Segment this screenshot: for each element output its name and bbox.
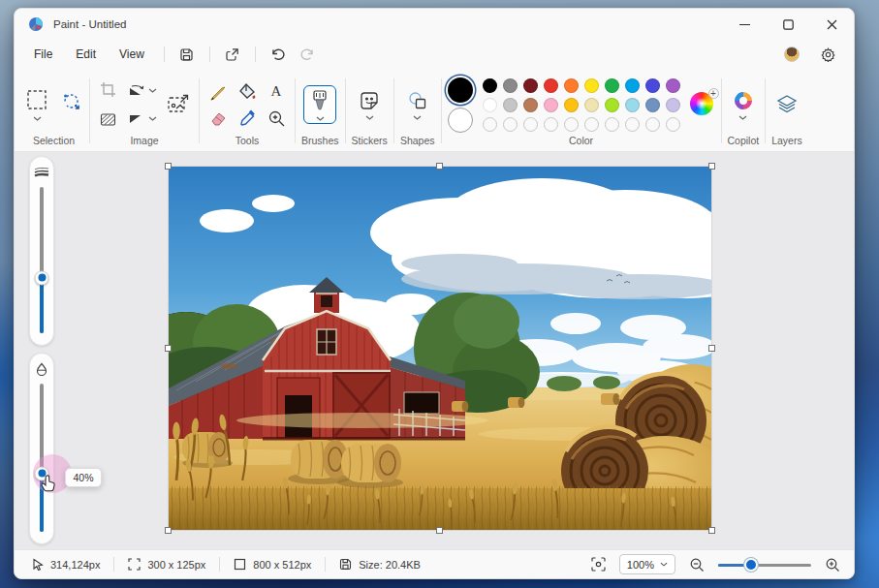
resize-image-tool[interactable] bbox=[165, 92, 192, 117]
divider bbox=[441, 78, 442, 143]
opacity-slider-track[interactable] bbox=[40, 384, 44, 532]
pencil-tool[interactable] bbox=[205, 79, 231, 103]
palette-color-swatch[interactable] bbox=[666, 98, 680, 112]
palette-color-swatch[interactable] bbox=[523, 78, 538, 93]
rectangle-select-tool[interactable] bbox=[24, 87, 49, 112]
size-slider-thumb[interactable] bbox=[35, 270, 49, 285]
drawing-canvas[interactable] bbox=[169, 167, 711, 530]
undo-button[interactable] bbox=[264, 43, 293, 66]
zoom-out-button[interactable] bbox=[687, 555, 706, 574]
stickers-button[interactable] bbox=[357, 88, 382, 122]
palette-color-swatch[interactable] bbox=[483, 98, 497, 112]
fit-to-screen-button[interactable] bbox=[589, 555, 608, 573]
minimize-button[interactable] bbox=[723, 9, 767, 40]
menu-file[interactable]: File bbox=[22, 43, 64, 66]
palette-color-swatch[interactable] bbox=[564, 78, 579, 93]
palette-empty-slot[interactable] bbox=[645, 117, 660, 132]
tools-group-label: Tools bbox=[235, 135, 260, 146]
brushes-button[interactable] bbox=[303, 85, 336, 124]
selection-handle-bottom-left[interactable] bbox=[165, 527, 172, 534]
close-button[interactable] bbox=[810, 9, 854, 40]
selection-handle-top-left[interactable] bbox=[165, 163, 172, 170]
palette-color-swatch[interactable] bbox=[483, 78, 497, 93]
background-color-swatch[interactable] bbox=[448, 108, 473, 133]
selection-handle-bottom-center[interactable] bbox=[436, 527, 443, 534]
copilot-icon bbox=[733, 90, 754, 111]
shapes-group-label: Shapes bbox=[400, 135, 435, 146]
share-button[interactable] bbox=[218, 43, 247, 66]
flip-h-chevron[interactable] bbox=[148, 88, 157, 93]
palette-color-swatch[interactable] bbox=[625, 78, 640, 93]
selection-handle-top-right[interactable] bbox=[708, 163, 715, 170]
flip-vertical-tool[interactable] bbox=[126, 109, 147, 128]
palette-empty-slot[interactable] bbox=[564, 117, 579, 132]
redo-button[interactable] bbox=[293, 43, 322, 66]
sticker-icon bbox=[359, 90, 380, 111]
palette-color-swatch[interactable] bbox=[645, 78, 660, 93]
palette-color-swatch[interactable] bbox=[605, 78, 619, 93]
palette-empty-slot[interactable] bbox=[544, 117, 558, 132]
selection-handle-mid-right[interactable] bbox=[708, 345, 715, 352]
text-tool[interactable]: A bbox=[264, 79, 289, 103]
eyedropper-tool[interactable] bbox=[235, 107, 260, 130]
fill-tool[interactable] bbox=[235, 79, 260, 103]
image-size-indicator: 800 x 512px bbox=[220, 558, 325, 571]
palette-empty-slot[interactable] bbox=[483, 117, 497, 132]
magnifier-tool[interactable] bbox=[264, 107, 289, 130]
menu-view[interactable]: View bbox=[108, 43, 156, 66]
palette-color-swatch[interactable] bbox=[564, 98, 579, 112]
palette-color-swatch[interactable] bbox=[645, 98, 660, 112]
palette-color-swatch[interactable] bbox=[503, 98, 518, 112]
flip-v-chevron[interactable] bbox=[148, 116, 157, 121]
divider bbox=[255, 46, 256, 62]
selection-dropdown-chevron[interactable] bbox=[31, 114, 44, 123]
zoom-slider[interactable] bbox=[718, 557, 811, 573]
palette-row-1 bbox=[483, 78, 680, 93]
palette-empty-slot[interactable] bbox=[584, 117, 599, 132]
maximize-button[interactable] bbox=[767, 9, 810, 40]
paint-app-icon bbox=[28, 16, 44, 32]
layers-button[interactable] bbox=[773, 91, 801, 118]
palette-color-swatch[interactable] bbox=[544, 78, 558, 93]
palette-empty-slot[interactable] bbox=[625, 117, 640, 132]
selection-handle-bottom-right[interactable] bbox=[708, 527, 715, 534]
zoom-slider-thumb[interactable] bbox=[744, 558, 758, 572]
free-rotate-tool[interactable] bbox=[59, 89, 83, 113]
divider bbox=[89, 78, 90, 143]
selection-handle-top-center[interactable] bbox=[436, 163, 443, 170]
crop-tool[interactable] bbox=[98, 79, 118, 100]
palette-color-swatch[interactable] bbox=[584, 98, 599, 112]
group-color: + Color bbox=[444, 71, 719, 151]
divider bbox=[393, 78, 394, 143]
foreground-color-swatch[interactable] bbox=[448, 77, 473, 103]
palette-empty-slot[interactable] bbox=[605, 117, 619, 132]
copilot-chevron bbox=[738, 115, 747, 120]
zoom-in-button[interactable] bbox=[823, 555, 842, 574]
palette-color-swatch[interactable] bbox=[666, 78, 680, 93]
palette-empty-slot[interactable] bbox=[523, 117, 538, 132]
palette-empty-slot[interactable] bbox=[503, 117, 518, 132]
shapes-button[interactable] bbox=[405, 88, 430, 122]
palette-color-swatch[interactable] bbox=[584, 78, 599, 93]
palette-empty-slot[interactable] bbox=[666, 117, 680, 132]
menu-edit[interactable]: Edit bbox=[64, 43, 108, 66]
zoom-level-dropdown[interactable]: 100% bbox=[619, 554, 675, 574]
palette-color-swatch[interactable] bbox=[605, 98, 619, 112]
palette-color-swatch[interactable] bbox=[544, 98, 558, 112]
palette-color-swatch[interactable] bbox=[523, 98, 538, 112]
selection-handle-mid-left[interactable] bbox=[165, 345, 172, 352]
palette-color-swatch[interactable] bbox=[503, 78, 518, 93]
flip-horizontal-tool[interactable] bbox=[126, 81, 147, 100]
group-shapes: Shapes bbox=[396, 71, 439, 151]
remove-background-tool[interactable] bbox=[98, 109, 118, 130]
account-avatar[interactable] bbox=[784, 46, 800, 62]
save-button[interactable] bbox=[173, 43, 202, 66]
palette-color-swatch[interactable] bbox=[625, 98, 640, 112]
copilot-button[interactable] bbox=[731, 88, 756, 122]
edit-colors-wheel[interactable]: + bbox=[690, 92, 715, 117]
settings-gear-icon[interactable] bbox=[813, 43, 842, 66]
size-slider-track[interactable] bbox=[40, 187, 44, 333]
eraser-tool[interactable] bbox=[205, 107, 231, 130]
selection-size-indicator: 300 x 125px bbox=[114, 558, 219, 571]
opacity-slider-thumb[interactable] bbox=[35, 466, 49, 480]
